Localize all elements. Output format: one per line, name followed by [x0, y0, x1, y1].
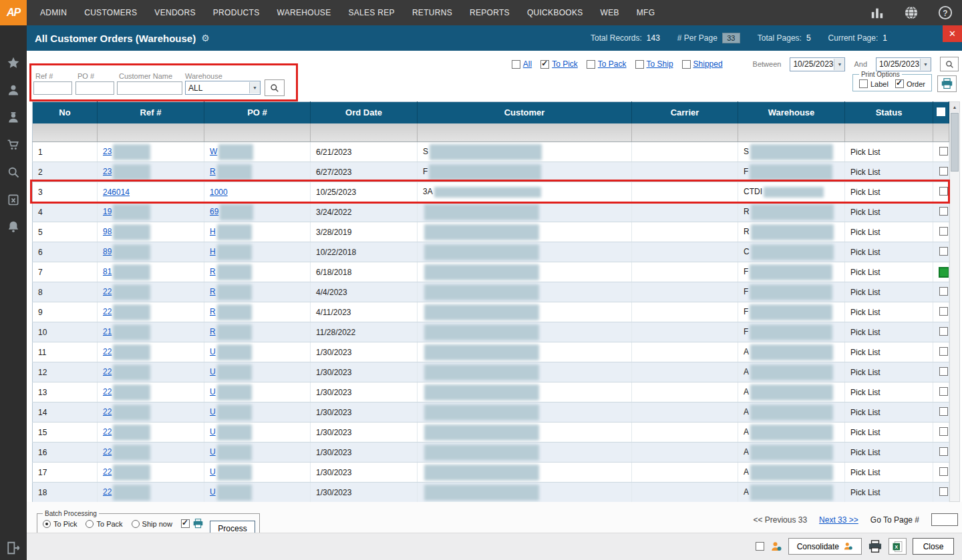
cell-select[interactable] [933, 443, 949, 463]
previous-page-link[interactable]: << Previous 33 [753, 515, 807, 525]
date-to-select[interactable]: 10/25/2023 ▼ [876, 57, 931, 71]
goto-page-input[interactable] [931, 513, 958, 526]
cell-select[interactable] [933, 242, 949, 262]
row-checkbox[interactable] [939, 227, 948, 236]
row-checkbox[interactable] [939, 387, 948, 396]
ref-link[interactable]: 22 [103, 387, 112, 396]
po-link[interactable]: R [210, 287, 216, 296]
date-search-button[interactable] [940, 57, 959, 71]
cell-select[interactable] [933, 362, 949, 382]
po-link[interactable]: R [210, 267, 216, 276]
table-filter-cell[interactable] [418, 123, 632, 142]
table-row-5[interactable]: 598H3/28/2019RPick List [33, 222, 949, 242]
table-row-2[interactable]: 223R6/27/2023FFPick List [33, 162, 949, 182]
table-row-17[interactable]: 1722U1/30/2023APick List [33, 463, 949, 483]
row-checkbox[interactable] [939, 287, 948, 296]
row-checkbox[interactable] [939, 327, 948, 336]
po-link[interactable]: U [210, 447, 216, 457]
print-option-label[interactable]: Label [859, 79, 889, 88]
nav-item-vendors[interactable]: VENDORS [154, 8, 195, 17]
table-row-15[interactable]: 1522U1/30/2023APick List [33, 423, 949, 443]
row-checkbox[interactable] [939, 407, 948, 416]
nav-item-products[interactable]: PRODUCTS [213, 8, 260, 17]
close-button[interactable]: Close [913, 538, 954, 555]
table-row-4[interactable]: 419693/24/2022RPick List [33, 202, 949, 222]
consolidate-checkbox[interactable] [756, 542, 764, 551]
row-checkbox[interactable] [939, 487, 948, 496]
po-link[interactable]: R [210, 327, 216, 336]
cell-select[interactable] [933, 483, 949, 503]
scrollbar-thumb[interactable] [951, 113, 959, 172]
po-link[interactable]: H [210, 247, 216, 256]
export-excel-button[interactable]: X [889, 538, 907, 555]
reports-chart-icon[interactable] [870, 6, 885, 19]
ref-link[interactable]: 81 [103, 267, 112, 276]
po-link[interactable]: U [210, 487, 216, 497]
table-row-13[interactable]: 1322U1/30/2023APick List [33, 382, 949, 402]
table-row-16[interactable]: 1622U1/30/2023APick List [33, 443, 949, 463]
search-icon[interactable] [7, 166, 20, 179]
ref-link[interactable]: 23 [103, 147, 112, 156]
status-filter-to-pick[interactable]: To Pick [540, 59, 578, 69]
ref-link[interactable]: 21 [103, 327, 112, 336]
table-filter-cell[interactable] [632, 123, 738, 142]
cell-select[interactable] [933, 322, 949, 342]
table-filter-cell[interactable] [204, 123, 311, 142]
po-link[interactable]: U [210, 347, 216, 356]
table-scrollbar[interactable]: ▲ ▼ [949, 101, 960, 502]
row-checkbox[interactable] [939, 247, 948, 256]
orders-cart-icon[interactable] [7, 138, 20, 152]
po-link[interactable]: R [210, 167, 216, 176]
row-checkbox[interactable] [939, 427, 948, 436]
column-header-warehouse[interactable]: Warehouse [738, 102, 845, 123]
ref-link[interactable]: 22 [103, 287, 112, 296]
cell-select[interactable] [933, 202, 949, 222]
nav-item-web[interactable]: WEB [601, 8, 619, 17]
po-filter-input[interactable] [75, 81, 114, 95]
ref-link[interactable]: 22 [103, 407, 112, 416]
cell-select[interactable] [933, 382, 949, 402]
table-row-1[interactable]: 123W6/21/2023SSPick List [33, 142, 949, 162]
ref-link[interactable]: 22 [103, 447, 112, 457]
cell-select[interactable] [933, 262, 949, 282]
ref-link[interactable]: 22 [103, 487, 112, 497]
batch-radio-ship-now[interactable]: Ship now [132, 520, 172, 528]
po-link[interactable]: H [210, 227, 216, 236]
warehouse-select[interactable]: ALL ▼ [185, 81, 261, 95]
nav-item-reports[interactable]: REPORTS [470, 8, 510, 17]
po-link[interactable]: R [210, 307, 216, 316]
filter-search-button[interactable] [265, 79, 285, 96]
cell-select[interactable] [933, 402, 949, 423]
row-checkbox[interactable] [939, 307, 948, 316]
ref-link[interactable]: 22 [103, 427, 112, 437]
cell-select[interactable] [933, 182, 949, 202]
notifications-bell-icon[interactable] [7, 220, 20, 234]
row-checkbox[interactable] [939, 207, 948, 216]
po-link[interactable]: U [210, 367, 216, 376]
favorites-star-icon[interactable] [7, 56, 20, 69]
vendors-icon[interactable] [7, 111, 20, 124]
table-filter-cell[interactable] [311, 123, 418, 142]
status-filter-all[interactable]: All [512, 59, 532, 69]
status-filter-to-pack[interactable]: To Pack [587, 59, 627, 69]
po-link[interactable]: 1000 [210, 188, 228, 197]
row-checkbox[interactable] [939, 367, 948, 376]
tasks-icon[interactable] [7, 193, 20, 206]
cell-select[interactable] [933, 222, 949, 242]
per-page-input[interactable] [722, 33, 740, 43]
nav-item-quickbooks[interactable]: QUICKBOOKS [527, 8, 583, 17]
ref-link[interactable]: 23 [103, 167, 112, 176]
help-icon[interactable]: ? [938, 5, 953, 20]
column-header-no[interactable]: No [33, 102, 98, 123]
ref-link[interactable]: 89 [103, 247, 112, 256]
row-checkbox[interactable] [939, 467, 948, 476]
ref-filter-input[interactable] [33, 81, 72, 95]
table-row-10[interactable]: 1021R11/28/2022FPick List [33, 322, 949, 342]
cell-select[interactable] [933, 463, 949, 483]
po-link[interactable]: U [210, 427, 216, 437]
cell-select[interactable] [933, 282, 949, 302]
table-row-14[interactable]: 1422U1/30/2023APick List [33, 402, 949, 423]
column-header-select-all[interactable] [933, 102, 949, 123]
cell-select[interactable] [933, 342, 949, 362]
po-link[interactable]: 69 [210, 207, 218, 216]
